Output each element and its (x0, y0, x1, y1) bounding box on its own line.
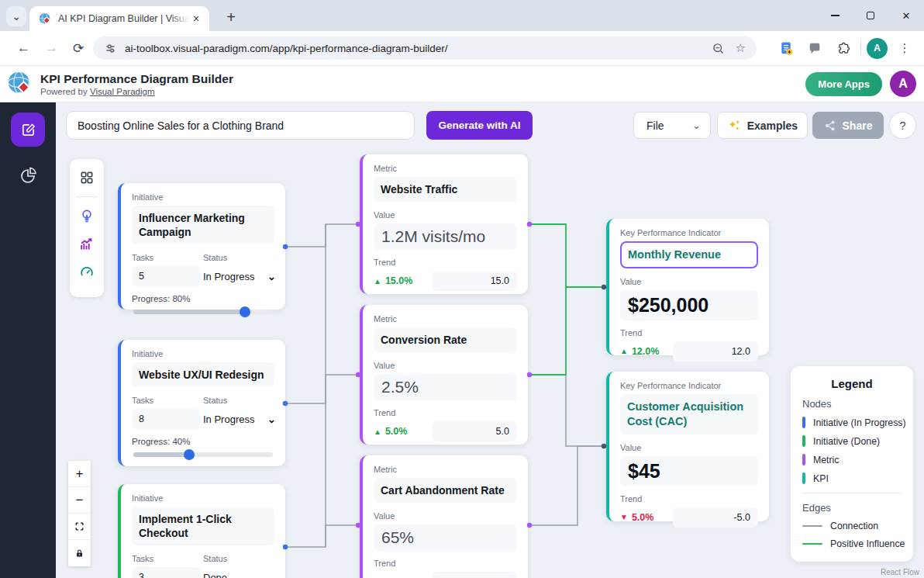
back-icon[interactable]: ← (17, 40, 30, 56)
metric-node-2[interactable]: Metric Conversion Rate Value 2.5% Trend … (360, 305, 528, 445)
legend-edges-label: Edges (802, 502, 902, 514)
window-close-button[interactable]: ✕ (888, 0, 924, 31)
new-tab-button[interactable]: + (220, 6, 242, 28)
node-type-label: Metric (374, 465, 517, 474)
window-maximize-button[interactable] (853, 0, 888, 31)
reload-icon[interactable]: ⟳ (73, 40, 84, 57)
initiative-node-3[interactable]: Initiative Implement 1-Click Checkout Ta… (118, 484, 285, 578)
metric-chart-icon[interactable] (78, 236, 95, 253)
metric-title-field[interactable]: Website Traffic (374, 177, 517, 202)
forward-icon[interactable]: → (45, 40, 58, 56)
legend-title: Legend (802, 377, 902, 390)
status-value: In Progress (203, 414, 254, 425)
zoom-out-button[interactable]: − (68, 487, 91, 514)
progress-label: Progress: 40% (132, 437, 274, 446)
url-bar[interactable]: ai-toolbox.visual-paradigm.com/app/kpi-p… (93, 36, 757, 60)
tasks-label: Tasks (132, 554, 203, 563)
legend-divider (802, 493, 902, 493)
metric-value-field[interactable]: 2.5% (374, 374, 517, 400)
metric-value-field[interactable]: 65% (374, 524, 517, 551)
tasks-field[interactable]: 5 (132, 266, 200, 286)
sidebar-item-editor[interactable] (11, 112, 45, 147)
tab-search-button[interactable]: ⌄ (6, 6, 26, 26)
status-label: Status (203, 554, 274, 563)
status-select[interactable]: In Progress ⌄ (203, 266, 278, 287)
share-label: Share (843, 119, 873, 132)
layout-grid-icon[interactable] (79, 170, 95, 185)
tasks-field[interactable]: 8 (132, 409, 200, 429)
trend-indicator: ▲15.0% (374, 275, 412, 286)
status-select[interactable]: In Progress ⌄ (203, 409, 278, 430)
share-button[interactable]: Share (812, 112, 884, 139)
browser-tab[interactable]: AI KPI Diagram Builder | Visualiz ✕ (29, 6, 209, 31)
trend-value-field[interactable]: -5.0 (673, 507, 758, 528)
trend-up-icon: ▲ (374, 427, 381, 436)
kpi-node-2[interactable]: Key Performance Indicator Customer Acqui… (606, 372, 769, 521)
metric-title-field[interactable]: Conversion Rate (374, 327, 517, 352)
extensions-puzzle-icon[interactable] (832, 36, 855, 60)
initiative-bulb-icon[interactable] (78, 208, 95, 225)
chevron-down-icon: ⌄ (267, 271, 276, 282)
slider-thumb[interactable] (184, 449, 195, 460)
browser-profile-avatar[interactable]: A (867, 38, 888, 59)
initiative-title-field[interactable]: Website UX/UI Redesign (132, 362, 274, 387)
prompt-input[interactable]: Boosting Online Sales for a Clothing Bra… (66, 111, 415, 140)
sidebar-item-charts[interactable] (19, 165, 39, 185)
metric-title-field[interactable]: Cart Abandonment Rate (374, 478, 517, 503)
progress-slider[interactable] (133, 452, 273, 457)
tab-title: AI KPI Diagram Builder | Visualiz (58, 13, 189, 24)
kpi-title-field-editing[interactable]: Monthly Revenue (620, 241, 758, 268)
file-menu-button[interactable]: File ⌄ (633, 112, 711, 139)
initiative-node-2[interactable]: Initiative Website UX/UI Redesign Tasks … (118, 340, 285, 466)
diagram-canvas[interactable]: Boosting Online Sales for a Clothing Bra… (56, 102, 924, 578)
metric-node-3[interactable]: Metric Cart Abandonment Rate Value 65% T… (360, 455, 528, 578)
fit-view-button[interactable] (68, 514, 91, 540)
trend-down-icon: ▼ (620, 513, 628, 521)
node-type-label: Metric (374, 164, 517, 173)
value-label: Value (374, 361, 517, 370)
trend-value-field[interactable]: 5.0 (432, 421, 517, 441)
edge-initiative3-metric3 (285, 525, 357, 547)
more-apps-button[interactable]: More Apps (805, 72, 882, 96)
status-select[interactable]: Done ⌄ (203, 567, 278, 578)
metric-node-1[interactable]: Metric Website Traffic Value 1.2M visits… (360, 154, 528, 294)
node-palette (70, 159, 104, 297)
browser-menu-icon[interactable]: ⋮ (893, 36, 916, 60)
docs-offline-extension-icon[interactable] (774, 36, 798, 60)
site-info-icon[interactable] (104, 42, 117, 55)
positive-influence-edge-swatch (802, 543, 822, 545)
bookmark-star-icon[interactable]: ☆ (736, 41, 746, 55)
zoom-out-page-icon[interactable] (712, 42, 725, 55)
trend-value-field[interactable]: -8.0 (432, 572, 517, 578)
kpi-title-field[interactable]: Customer Acquisition Cost (CAC) (620, 394, 758, 434)
metric-value-field[interactable]: 1.2M visits/mo (374, 223, 517, 250)
trend-value-field[interactable]: 15.0 (432, 271, 517, 291)
visual-paradigm-link[interactable]: Visual Paradigm (90, 87, 155, 96)
trend-label: Trend (374, 258, 517, 267)
tab-close-icon[interactable]: ✕ (189, 12, 203, 26)
kpi-gauge-icon[interactable] (78, 264, 95, 281)
help-button[interactable]: ? (889, 112, 916, 139)
initiative-node-1[interactable]: Initiative Influencer Marketing Campaign… (118, 183, 285, 310)
chevron-down-icon: ⌄ (267, 572, 276, 578)
lock-button[interactable] (68, 540, 91, 566)
examples-button[interactable]: Examples (717, 112, 808, 139)
window-minimize-button[interactable] (817, 0, 853, 31)
progress-slider[interactable] (133, 310, 273, 314)
comment-extension-icon[interactable] (803, 36, 826, 60)
trend-up-icon: ▲ (620, 347, 628, 355)
app-user-avatar[interactable]: A (890, 71, 916, 97)
edge-metric1-kpi1-positive (530, 224, 602, 287)
edge-metric2-kpi2 (530, 375, 602, 446)
kpi-node-1[interactable]: Key Performance Indicator Monthly Revenu… (606, 219, 769, 355)
zoom-in-button[interactable]: + (68, 461, 91, 487)
kpi-value-field[interactable]: $45 (620, 456, 758, 486)
initiative-title-field[interactable]: Influencer Marketing Campaign (132, 206, 274, 244)
initiative-title-field[interactable]: Implement 1-Click Checkout (132, 507, 274, 545)
url-text[interactable]: ai-toolbox.visual-paradigm.com/app/kpi-p… (125, 43, 701, 54)
kpi-value-field[interactable]: $250,000 (620, 290, 758, 320)
slider-thumb[interactable] (240, 306, 250, 317)
trend-value-field[interactable]: 12.0 (673, 341, 758, 362)
tasks-field[interactable]: 3 (132, 567, 200, 578)
generate-ai-button[interactable]: Generate with AI (426, 111, 533, 140)
